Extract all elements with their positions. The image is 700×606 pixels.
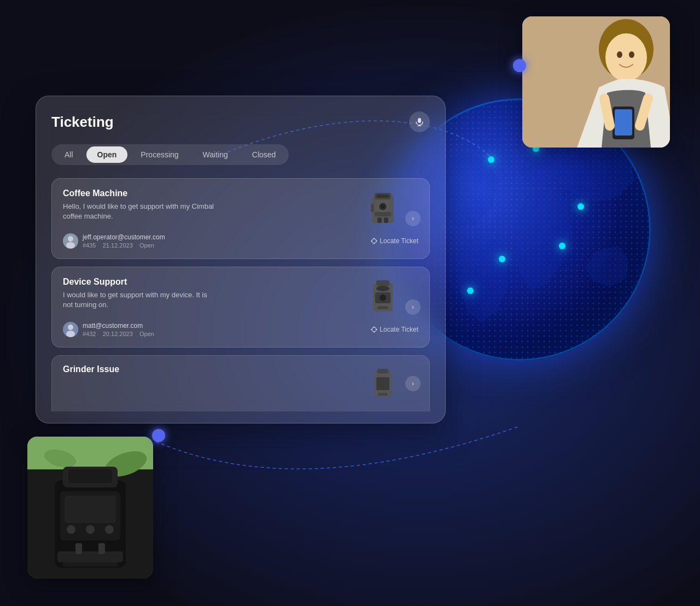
hotspot-bottom-left (152, 429, 165, 442)
ticket-info-1: Device Support I would like to get suppo… (63, 277, 358, 310)
ticket-top-1: Device Support I would like to get suppo… (63, 277, 418, 315)
svg-rect-4 (418, 118, 421, 123)
photo-card-person (522, 16, 670, 148)
page-title: Ticketing (51, 114, 114, 131)
svg-rect-14 (384, 217, 388, 223)
svg-rect-48 (615, 109, 632, 136)
device-icon-2 (366, 369, 399, 399)
person-background (522, 16, 670, 148)
avatar-0 (63, 233, 78, 249)
svg-rect-40 (376, 377, 389, 390)
user-details-0: jeff.operator@customer.com #435 21.12.20… (83, 233, 165, 249)
mic-icon (415, 117, 424, 126)
svg-point-28 (380, 295, 386, 301)
tab-processing[interactable]: Processing (130, 146, 189, 163)
ticket-meta-0: #435 21.12.2023 Open (83, 242, 165, 249)
ticket-card-0: Coffee Machine Hello, I would like to ge… (51, 178, 430, 259)
svg-rect-57 (65, 496, 116, 523)
ticket-info-0: Coffee Machine Hello, I would like to ge… (63, 189, 358, 221)
svg-rect-25 (376, 280, 389, 286)
ticket-user-1: matt@customer.com #432 20.12.2023 Open (63, 322, 154, 337)
svg-point-26 (376, 286, 389, 291)
mic-button[interactable] (409, 111, 430, 132)
svg-point-44 (605, 33, 647, 81)
ticket-card-1: Device Support I would like to get suppo… (51, 267, 430, 348)
user-email-0: jeff.operator@customer.com (83, 233, 165, 241)
ticket-title-0: Coffee Machine (63, 189, 358, 198)
coffee-machine-icon-0 (366, 190, 399, 226)
svg-rect-29 (377, 306, 388, 309)
ticket-top-0: Coffee Machine Hello, I would like to ge… (63, 189, 418, 227)
svg-rect-41 (378, 393, 388, 396)
svg-rect-12 (375, 212, 391, 216)
ticket-chevron-0[interactable]: › (405, 211, 421, 226)
svg-point-17 (68, 236, 73, 242)
svg-point-46 (629, 51, 634, 58)
ticket-top-2: Grinder Issue › (63, 364, 418, 403)
ticket-image-1 (364, 277, 402, 315)
person-svg (522, 16, 670, 148)
svg-rect-62 (63, 562, 118, 567)
locate-ticket-btn-0[interactable]: Locate Ticket (371, 237, 418, 245)
svg-point-11 (381, 204, 385, 209)
ticket-desc-1: I would like to get support with my devi… (63, 290, 216, 310)
hotspot-top-right (513, 59, 526, 72)
coffee-machine-bg (27, 437, 153, 579)
svg-point-18 (66, 242, 75, 249)
tab-closed[interactable]: Closed (241, 146, 287, 163)
ticket-title-2: Grinder Issue (63, 364, 358, 374)
svg-rect-39 (377, 369, 388, 373)
ticket-image-0 (364, 189, 402, 227)
svg-point-31 (68, 325, 73, 330)
locate-icon-1 (371, 326, 377, 333)
ticket-footer-0: jeff.operator@customer.com #435 21.12.20… (63, 233, 418, 249)
grinder-icon-1 (366, 279, 399, 314)
svg-rect-61 (57, 551, 123, 562)
ticket-chevron-1[interactable]: › (405, 299, 421, 315)
coffee-machine-svg (27, 437, 153, 579)
avatar-1 (63, 322, 78, 337)
svg-point-59 (86, 525, 95, 534)
svg-point-33 (372, 327, 376, 332)
svg-rect-63 (75, 543, 82, 554)
svg-rect-64 (98, 543, 105, 554)
avatar-icon-1 (63, 322, 78, 337)
ticket-footer-1: matt@customer.com #432 20.12.2023 Open (63, 322, 418, 337)
svg-point-45 (617, 51, 622, 58)
main-card: Ticketing All Open Processing Waiting Cl… (36, 96, 446, 423)
photo-card-machine (27, 437, 153, 579)
user-details-1: matt@customer.com #432 20.12.2023 Open (83, 322, 154, 337)
ticket-desc-0: Hello, I would like to get support with … (63, 202, 216, 221)
svg-point-60 (105, 525, 114, 534)
svg-rect-15 (371, 204, 374, 212)
locate-icon-0 (371, 238, 377, 244)
ticket-info-2: Grinder Issue (63, 364, 358, 378)
tab-waiting[interactable]: Waiting (192, 146, 239, 163)
ticket-meta-1: #432 20.12.2023 Open (83, 331, 154, 337)
ticket-user-0: jeff.operator@customer.com #435 21.12.20… (63, 233, 165, 249)
ticket-image-2 (364, 364, 402, 403)
ticket-card-2: Grinder Issue › (51, 355, 430, 411)
svg-rect-9 (376, 195, 389, 198)
tab-all[interactable]: All (54, 146, 84, 163)
card-header: Ticketing (51, 111, 430, 132)
avatar-icon-0 (63, 233, 78, 249)
svg-point-19 (372, 239, 376, 243)
user-email-1: matt@customer.com (83, 322, 154, 330)
tab-open[interactable]: Open (86, 146, 128, 163)
locate-ticket-btn-1[interactable]: Locate Ticket (371, 326, 418, 333)
ticket-title-1: Device Support (63, 277, 358, 287)
svg-rect-55 (68, 469, 112, 483)
filter-tabs: All Open Processing Waiting Closed (51, 144, 289, 165)
ticket-chevron-2[interactable]: › (405, 376, 421, 391)
svg-point-32 (66, 331, 75, 337)
svg-point-58 (67, 525, 75, 534)
svg-rect-13 (377, 217, 382, 223)
